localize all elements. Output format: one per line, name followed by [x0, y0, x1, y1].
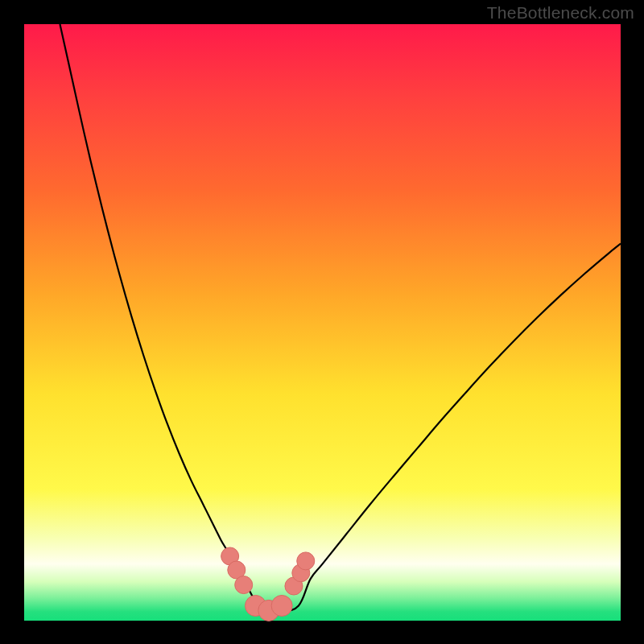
- bottleneck-chart: [0, 0, 644, 644]
- chart-frame: TheBottleneck.com: [0, 0, 644, 644]
- watermark-text: TheBottleneck.com: [487, 3, 634, 23]
- highlight-marker: [297, 552, 315, 570]
- highlight-marker: [271, 595, 292, 616]
- highlight-marker: [235, 576, 253, 594]
